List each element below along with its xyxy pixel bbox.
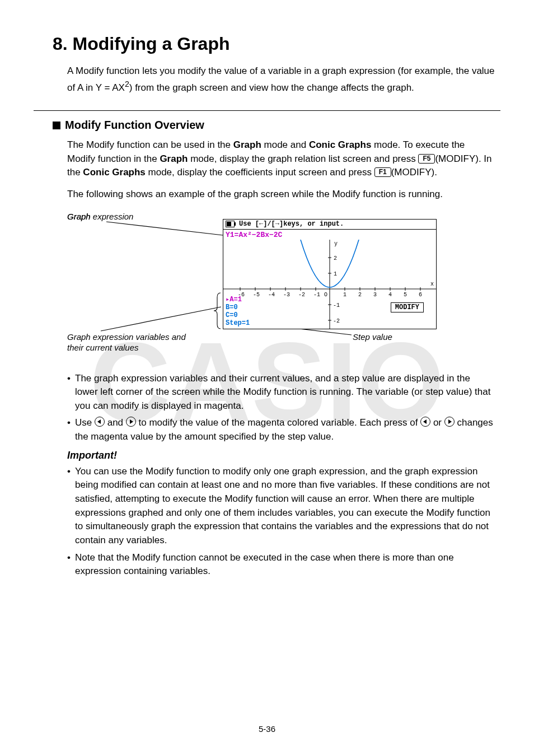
var-a: ▸A=1 xyxy=(226,296,250,304)
svg-text:y: y xyxy=(334,241,338,247)
calc-header-text: Use [←]/[→]keys, or input. xyxy=(239,220,344,228)
calc-plot-area: -6-5-4-3-2-1 123456 12-1-2 O y x xyxy=(223,240,436,329)
p1-f: mode, display the coefficients input scr… xyxy=(146,167,374,178)
svg-text:x: x xyxy=(430,281,434,287)
list-item: Note that the Modify function cannot be … xyxy=(67,551,495,578)
page-number: 5-36 xyxy=(0,724,534,734)
modify-indicator: MODIFY xyxy=(391,302,424,312)
right-arrow-icon xyxy=(126,417,136,427)
svg-text:O: O xyxy=(324,292,327,298)
list-item: You can use the Modify function to modif… xyxy=(67,465,495,548)
b2-c: to modify the value of the magenta color… xyxy=(136,417,420,428)
var-c: C=0 xyxy=(226,312,250,320)
p1-d: mode, display the graph relation list sc… xyxy=(188,153,418,164)
svg-text:-2: -2 xyxy=(298,292,305,298)
svg-text:2: 2 xyxy=(334,255,337,262)
b2-b: and xyxy=(105,417,126,428)
intro-paragraph: A Modify function lets you modify the va… xyxy=(67,64,495,95)
subsection-heading: Modify Function Overview xyxy=(53,119,500,132)
svg-text:1: 1 xyxy=(343,292,346,298)
square-bullet-icon xyxy=(53,122,60,129)
svg-text:1: 1 xyxy=(334,271,337,277)
p1-conic-2: Conic Graphs xyxy=(83,167,145,178)
intro-text-b: ) from the graph screen and view how the… xyxy=(129,82,414,92)
svg-text:-2: -2 xyxy=(333,318,340,324)
svg-text:5: 5 xyxy=(404,292,407,298)
calc-header: Use [←]/[→]keys, or input. xyxy=(223,220,436,230)
calc-variables: ▸A=1 B=0 C=0 Step=1 xyxy=(226,296,250,327)
p1-graph: Graph xyxy=(233,139,261,150)
svg-text:-5: -5 xyxy=(253,292,260,298)
svg-text:2: 2 xyxy=(358,292,362,298)
right-arrow-icon xyxy=(444,417,455,427)
bullet-list-1: The graph expression variables and their… xyxy=(67,372,495,444)
svg-text:-4: -4 xyxy=(268,292,275,298)
b2-d: or xyxy=(430,417,444,428)
svg-text:-3: -3 xyxy=(283,292,290,298)
p1-a: The Modify function can be used in the xyxy=(67,139,233,150)
page-title: 8. Modifying a Graph xyxy=(53,34,500,54)
f5-key-icon: F5 xyxy=(418,154,435,164)
calc-expression: Y1=Ax²−2Bx−2C xyxy=(223,230,436,239)
svg-line-3 xyxy=(101,307,221,331)
svg-line-1 xyxy=(106,222,223,235)
figure: Graph expression Graph Graph expression … xyxy=(67,212,500,357)
list-item: Use and to modify the value of the magen… xyxy=(67,416,495,444)
p1-g: (MODIFY). xyxy=(391,167,437,178)
svg-text:3: 3 xyxy=(373,292,377,298)
p1-conic: Conic Graphs xyxy=(309,139,371,150)
bullet-list-2: You can use the Modify function to modif… xyxy=(67,465,495,578)
left-arrow-icon xyxy=(420,417,430,427)
battery-icon xyxy=(226,221,235,227)
intro-sup: 2 xyxy=(125,80,129,88)
svg-text:4: 4 xyxy=(388,292,392,298)
left-arrow-icon xyxy=(95,417,105,427)
var-step: Step=1 xyxy=(226,320,250,328)
p1-b: mode and xyxy=(261,139,309,150)
var-b: B=0 xyxy=(226,304,250,312)
overview-paragraph-1: The Modify function can be used in the G… xyxy=(67,138,495,180)
subsection-text: Modify Function Overview xyxy=(65,119,204,131)
svg-text:6: 6 xyxy=(419,292,422,298)
p1-graph-2: Graph xyxy=(160,153,188,164)
list-item: The graph expression variables and their… xyxy=(67,372,495,413)
important-heading: Important! xyxy=(67,450,500,461)
overview-paragraph-2: The following shows an example of the gr… xyxy=(67,188,495,202)
b2-a: Use xyxy=(75,417,95,428)
calculator-screen: Use [←]/[→]keys, or input. Y1=Ax²−2Bx−2C xyxy=(223,219,437,329)
f1-key-icon: F1 xyxy=(374,167,391,177)
svg-text:-1: -1 xyxy=(313,292,320,298)
svg-text:-1: -1 xyxy=(333,302,340,309)
divider xyxy=(34,110,500,111)
